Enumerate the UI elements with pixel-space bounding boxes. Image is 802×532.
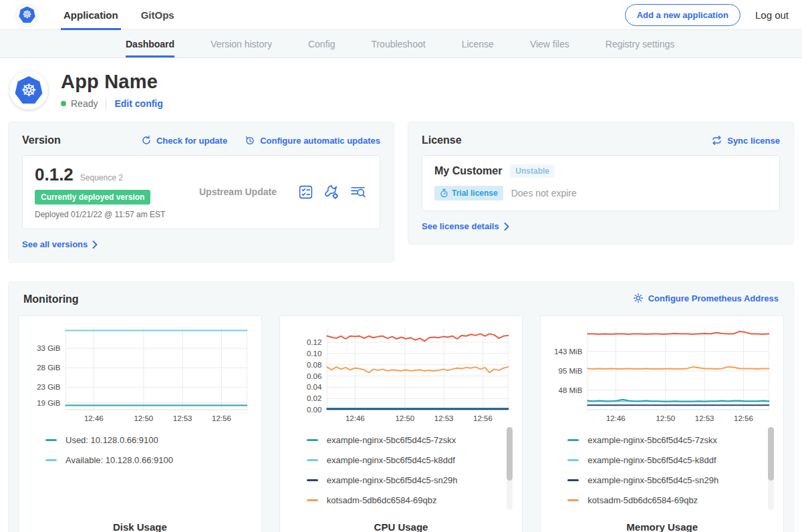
svg-text:0.00: 0.00: [307, 406, 321, 414]
legend-swatch: [307, 499, 318, 501]
check-for-update-link[interactable]: Check for update: [141, 135, 227, 146]
legend-item: kotsadm-5db6dc6584-69qbz: [307, 495, 512, 505]
kubernetes-heptagon-icon: ☸: [19, 7, 35, 23]
svg-text:12:46: 12:46: [84, 414, 104, 422]
svg-text:12:50: 12:50: [656, 414, 676, 422]
currently-deployed-badge: Currently deployed version: [35, 190, 150, 205]
edit-config-link[interactable]: Edit config: [114, 98, 162, 109]
legend-item: example-nginx-5bc6f5d4c5-7zskx: [567, 435, 773, 445]
stopwatch-icon: [440, 188, 448, 198]
logout-button[interactable]: Log out: [755, 9, 789, 21]
legend-label: kotsadm-5db6dc6584-69qbz: [587, 495, 698, 505]
chart-title: CPU Usage: [289, 521, 513, 532]
subnav-tab-version-history[interactable]: Version history: [211, 30, 272, 57]
preflight-checks-icon: [298, 184, 313, 200]
memory-usage-chart-card: 48 MiB95 MiB143 MiB12:4612:5012:5312:56 …: [540, 315, 784, 532]
legend-label: kotsadm-5db6dc6584-69qbz: [327, 495, 437, 505]
legend-item: Available: 10.128.0.66:9100: [45, 455, 251, 465]
topnav-tab-gitops[interactable]: GitOps: [141, 0, 174, 30]
svg-text:19 GiB: 19 GiB: [37, 399, 60, 407]
svg-text:12:53: 12:53: [434, 414, 453, 422]
configure-automatic-updates-link[interactable]: Configure automatic updates: [245, 135, 380, 146]
configure-prometheus-link[interactable]: Configure Prometheus Address: [633, 293, 779, 303]
chart-title: Disk Usage: [28, 521, 252, 532]
preflight-checks-button[interactable]: [298, 184, 313, 200]
legend-item: example-nginx-5bc6f5d4c5-k8ddf: [307, 455, 512, 465]
channel-badge: Unstable: [510, 164, 555, 178]
version-card: Version Check for update Configure autom…: [8, 122, 394, 263]
license-customer-name: My Customer: [434, 165, 502, 177]
deployed-timestamp: Deployed 01/21/22 @ 11:57 am EST: [35, 210, 190, 219]
svg-text:48 MiB: 48 MiB: [559, 386, 583, 394]
chart-legend: Used: 10.128.0.66:9100 Available: 10.128…: [28, 426, 252, 521]
subnav-tab-dashboard[interactable]: Dashboard: [126, 30, 174, 57]
legend-swatch: [45, 459, 57, 461]
legend-label: Used: 10.128.0.66:9100: [65, 435, 158, 445]
gear-icon: [633, 293, 644, 303]
subnav-tab-view-files[interactable]: View files: [530, 30, 569, 57]
svg-text:0.08: 0.08: [307, 361, 321, 369]
svg-text:12:53: 12:53: [173, 414, 192, 422]
license-expiry: Does not expire: [511, 188, 577, 198]
legend-swatch: [567, 439, 579, 441]
legend-swatch: [307, 479, 318, 481]
legend-scrollbar[interactable]: [768, 427, 774, 510]
legend-swatch: [307, 459, 318, 461]
page-title: App Name: [61, 71, 163, 93]
config-wrench-icon: [324, 184, 340, 200]
legend-label: Available: 10.128.0.66:9100: [65, 455, 173, 465]
version-sequence: Sequence 2: [80, 173, 123, 182]
memory-usage-chart: 48 MiB95 MiB143 MiB12:4612:5012:5312:56: [550, 324, 774, 426]
svg-text:0.02: 0.02: [307, 394, 321, 402]
legend-swatch: [567, 479, 579, 481]
subnav-tab-troubleshoot[interactable]: Troubleshoot: [371, 30, 425, 57]
version-card-title: Version: [22, 134, 61, 146]
sync-license-link[interactable]: Sync license: [711, 135, 780, 146]
svg-text:12:46: 12:46: [606, 414, 626, 422]
legend-item: example-nginx-5bc6f5d4c5-k8ddf: [567, 455, 773, 465]
kubernetes-logo[interactable]: ☸: [16, 4, 38, 26]
legend-label: example-nginx-5bc6f5d4c5-7zskx: [587, 435, 717, 445]
chevron-right-icon: [504, 223, 509, 231]
legend-item: example-nginx-5bc6f5d4c5-sn29h: [567, 475, 773, 485]
svg-text:12:50: 12:50: [134, 414, 153, 422]
cpu-usage-chart-card: 0.000.020.040.060.080.100.1212:4612:5012…: [279, 315, 523, 532]
see-license-details-link[interactable]: See license details: [422, 221, 509, 231]
legend-scrollbar[interactable]: [507, 427, 513, 510]
svg-text:12:56: 12:56: [473, 414, 493, 422]
legend-scrollbar-thumb[interactable]: [768, 427, 774, 481]
license-card: License Sync license My Customer Unstabl…: [408, 122, 794, 245]
config-wrench-button[interactable]: [324, 184, 340, 200]
legend-label: example-nginx-5bc6f5d4c5-sn29h: [587, 475, 718, 485]
refresh-icon: [141, 135, 152, 146]
status-dot: [61, 101, 66, 106]
monitoring-card: Monitoring Configure Prometheus Address …: [8, 281, 794, 532]
svg-text:12:53: 12:53: [695, 414, 714, 422]
chart-title: Memory Usage: [550, 521, 774, 532]
svg-text:23 GiB: 23 GiB: [37, 383, 60, 391]
svg-text:0.06: 0.06: [307, 372, 321, 380]
svg-text:12:56: 12:56: [734, 414, 753, 422]
add-new-application-button[interactable]: Add a new application: [625, 4, 741, 26]
app-subnav: DashboardVersion historyConfigTroublesho…: [0, 30, 802, 58]
charts-row: 19 GiB23 GiB28 GiB33 GiB12:4612:5012:531…: [18, 315, 784, 532]
legend-label: example-nginx-5bc6f5d4c5-sn29h: [327, 475, 458, 485]
see-all-versions-link[interactable]: See all versions: [22, 239, 98, 249]
view-logs-button[interactable]: [350, 184, 366, 200]
legend-swatch: [45, 439, 57, 441]
divider: [106, 99, 106, 109]
subnav-tab-registry-settings[interactable]: Registry settings: [606, 30, 674, 57]
disk-usage-chart-card: 19 GiB23 GiB28 GiB33 GiB12:4612:5012:531…: [18, 315, 262, 532]
topnav-tab-application[interactable]: Application: [63, 0, 118, 30]
subnav-tab-config[interactable]: Config: [308, 30, 335, 57]
sync-icon: [711, 135, 722, 146]
legend-scrollbar-thumb[interactable]: [507, 427, 513, 481]
legend-swatch: [307, 439, 318, 441]
svg-text:33 GiB: 33 GiB: [37, 344, 60, 352]
kubernetes-wheel-icon: ☸: [22, 9, 31, 20]
version-number: 0.1.2: [35, 164, 74, 185]
svg-text:12:50: 12:50: [395, 414, 414, 422]
svg-text:28 GiB: 28 GiB: [37, 364, 60, 372]
subnav-tab-license[interactable]: License: [462, 30, 494, 57]
clock-refresh-icon: [245, 135, 255, 146]
